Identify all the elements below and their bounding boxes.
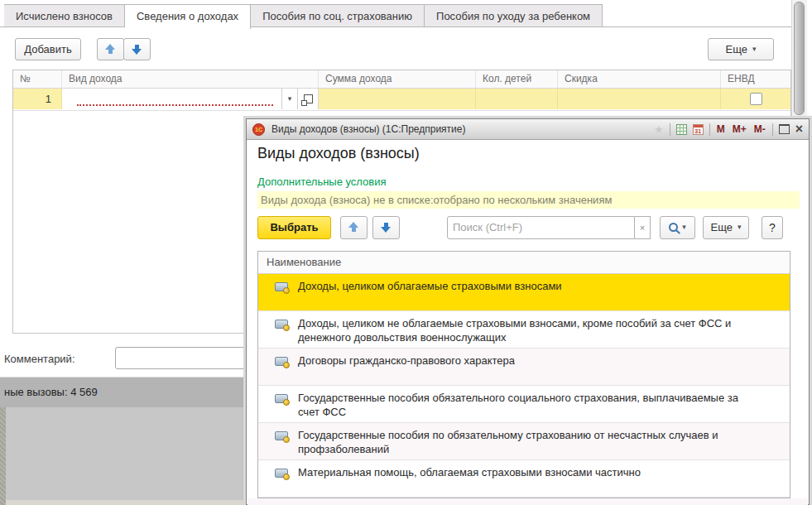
tab-bar: Исчислено взносов Сведения о доходах Пос… xyxy=(4,4,603,29)
income-types-dialog: 1С Виды доходов (взносы) (1С:Предприятие… xyxy=(246,118,810,505)
catalog-item-icon xyxy=(275,431,288,440)
move-row-buttons xyxy=(97,38,151,60)
envd-checkbox[interactable] xyxy=(750,93,762,105)
memory-m-plus-button[interactable]: М+ xyxy=(732,123,747,135)
help-button[interactable]: ? xyxy=(762,216,783,239)
list-item[interactable]: Материальная помощь, облагаемая страховы… xyxy=(258,460,790,498)
memory-m-minus-button[interactable]: М- xyxy=(753,123,766,135)
list-item-label: Материальная помощь, облагаемая страховы… xyxy=(298,465,641,479)
list-item-label: Договоры гражданско-правового характера xyxy=(298,354,515,368)
move-down-button[interactable] xyxy=(123,38,151,60)
down-arrow-icon xyxy=(132,44,142,55)
tab-item[interactable]: Исчислено взносов xyxy=(4,4,125,27)
select-button[interactable]: Выбрать xyxy=(257,216,331,239)
income-type-open-button[interactable] xyxy=(297,89,318,109)
list-header: Наименование xyxy=(258,252,790,274)
scrollbar-thumb[interactable] xyxy=(794,2,805,115)
catalog-item-icon xyxy=(275,282,288,291)
list-item-label: Государственные пособия обязательного со… xyxy=(298,391,755,419)
comment-input[interactable] xyxy=(115,347,246,369)
calculator-icon[interactable] xyxy=(676,124,687,135)
panel-bottom-edge xyxy=(6,500,246,505)
search-input[interactable] xyxy=(447,216,635,239)
income-type-dropdown-button[interactable]: ▾ xyxy=(281,89,297,109)
chevron-down-icon: ▾ xyxy=(288,95,292,103)
titlebar-icons: ★ 31 М М+ М- × xyxy=(654,123,803,136)
tab-item[interactable]: Пособия по соц. страхованию xyxy=(251,4,425,27)
list-item[interactable]: Договоры гражданско-правового характера xyxy=(258,349,790,386)
envd-cell xyxy=(721,89,790,109)
col-number: № xyxy=(13,70,62,88)
search-clear-button[interactable]: × xyxy=(635,216,651,239)
up-arrow-icon xyxy=(348,222,359,233)
dialog-toolbar: Выбрать × ▾ Еще ▾ ? xyxy=(257,215,783,239)
status-text: ные вызовы: 4 569 xyxy=(4,386,98,398)
titlebar-separator xyxy=(709,123,710,136)
list-item[interactable]: Государственные пособия по обязательному… xyxy=(258,423,790,460)
more-button[interactable]: Еще ▾ xyxy=(703,216,749,239)
list-item-label: Доходы, целиком не облагаемые страховыми… xyxy=(298,316,755,344)
panel-edge-texture xyxy=(0,407,6,505)
children-count-cell[interactable] xyxy=(476,89,558,109)
chevron-down-icon: ▾ xyxy=(752,46,757,53)
catalog-item-icon xyxy=(275,394,288,403)
col-discount: Скидка xyxy=(558,70,721,88)
col-income-type: Вид дохода xyxy=(62,70,319,88)
col-income-sum: Сумма дохода xyxy=(319,70,476,88)
chevron-down-icon: ▾ xyxy=(682,224,686,231)
screen: Исчислено взносов Сведения о доходах Пос… xyxy=(0,0,812,505)
up-arrow-icon xyxy=(105,44,116,55)
search-icon xyxy=(669,223,678,232)
dialog-heading: Виды доходов (взносы) xyxy=(257,145,420,162)
calendar-icon[interactable]: 31 xyxy=(693,124,704,135)
memory-m-button[interactable]: М xyxy=(716,123,726,135)
income-sum-cell[interactable] xyxy=(319,89,476,109)
tab-label: Пособия по уходу за ребенком xyxy=(436,10,590,22)
catalog-item-icon xyxy=(275,320,288,329)
row-number-cell: 1 xyxy=(13,89,62,109)
move-up-button[interactable] xyxy=(97,38,124,60)
maximize-button[interactable] xyxy=(779,124,790,134)
income-types-list: Наименование Доходы, целиком облагаемые … xyxy=(257,251,790,498)
col-envd: ЕНВД xyxy=(721,70,790,88)
income-type-input[interactable] xyxy=(77,91,273,106)
additional-conditions-link[interactable]: Дополнительные условия xyxy=(257,176,387,188)
chevron-down-icon: ▾ xyxy=(738,224,742,231)
move-up-button[interactable] xyxy=(340,216,368,239)
list-item-label: Государственные пособия по обязательному… xyxy=(298,428,755,456)
catalog-item-icon xyxy=(275,357,288,366)
list-rows: Доходы, целиком облагаемые страховыми вз… xyxy=(258,274,790,498)
filter-info-bar: Виды дохода (взноса) не в списке:отобран… xyxy=(257,191,800,209)
move-down-button[interactable] xyxy=(372,216,400,239)
1c-app-icon: 1С xyxy=(252,123,265,136)
status-bar: ные вызовы: 4 569 xyxy=(0,377,246,407)
dialog-footer xyxy=(247,498,808,505)
tab-item[interactable]: Сведения о доходах xyxy=(125,4,251,29)
list-item[interactable]: Государственные пособия обязательного со… xyxy=(258,386,790,423)
add-button[interactable]: Добавить xyxy=(15,38,81,60)
vertical-scrollbar[interactable] xyxy=(791,0,807,118)
list-item-label: Доходы, целиком облагаемые страховыми вз… xyxy=(298,279,562,293)
discount-cell[interactable] xyxy=(558,89,721,109)
tab-label: Сведения о доходах xyxy=(137,10,238,22)
search-box: × xyxy=(447,216,651,239)
search-options-button[interactable]: ▾ xyxy=(660,216,695,239)
table-row: 1 ▾ xyxy=(13,89,790,111)
comment-label: Комментарий: xyxy=(4,353,75,365)
titlebar-separator xyxy=(772,123,773,136)
more-button[interactable]: Еще ▾ xyxy=(708,38,774,60)
income-type-cell: ▾ xyxy=(62,89,319,109)
col-children: Кол. детей xyxy=(476,70,558,88)
table-header: № Вид дохода Сумма дохода Кол. детей Ски… xyxy=(13,70,790,89)
close-button[interactable]: × xyxy=(795,123,803,136)
dialog-title: Виды доходов (взносы) (1С:Предприятие) xyxy=(271,123,654,135)
open-in-window-icon xyxy=(304,94,313,103)
catalog-item-icon xyxy=(275,469,288,478)
tab-item[interactable]: Пособия по уходу за ребенком xyxy=(425,4,603,27)
list-item[interactable]: Доходы, целиком не облагаемые страховыми… xyxy=(258,311,790,349)
dialog-titlebar[interactable]: 1С Виды доходов (взносы) (1С:Предприятие… xyxy=(247,119,809,140)
list-item[interactable]: Доходы, целиком облагаемые страховыми вз… xyxy=(258,274,790,311)
titlebar-separator xyxy=(670,123,670,136)
down-arrow-icon xyxy=(381,222,392,233)
favorites-star-icon[interactable]: ★ xyxy=(654,124,664,135)
